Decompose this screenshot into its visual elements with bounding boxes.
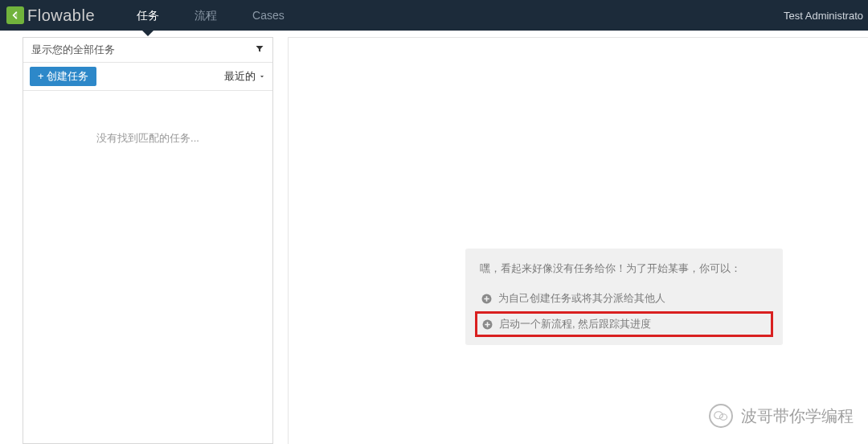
- logo-text: Flowable: [27, 6, 95, 25]
- watermark-text: 波哥带你学编程: [741, 405, 854, 427]
- filter-row[interactable]: 显示您的全部任务: [23, 38, 272, 63]
- hint-action-start-process[interactable]: 启动一个新流程, 然后跟踪其进度: [475, 311, 773, 337]
- sidebar: 显示您的全部任务 + 创建任务 最近的 没有找到匹配的任务...: [23, 37, 273, 444]
- svg-point-3: [714, 412, 723, 419]
- sort-dropdown[interactable]: 最近的: [224, 69, 266, 84]
- chevron-down-icon: [258, 72, 266, 80]
- hint-box: 嘿，看起来好像没有任务给你！为了开始某事，你可以： 为自己创建任务或将其分派给其…: [465, 249, 783, 345]
- plus-circle-icon: [481, 294, 492, 304]
- watermark: 波哥带你学编程: [709, 404, 854, 428]
- nav: 任务 流程 Cases: [119, 0, 302, 31]
- wechat-icon: [709, 404, 733, 428]
- hint-action-label: 启动一个新流程, 然后跟踪其进度: [499, 317, 651, 331]
- nav-tasks[interactable]: 任务: [119, 0, 177, 31]
- hint-action-label: 为自己创建任务或将其分派给其他人: [498, 291, 665, 306]
- filter-icon[interactable]: [255, 44, 264, 56]
- hint-action-create-task[interactable]: 为自己创建任务或将其分派给其他人: [480, 287, 768, 310]
- svg-rect-0: [16, 11, 18, 18]
- empty-task-message: 没有找到匹配的任务...: [23, 91, 272, 186]
- svg-point-4: [720, 414, 727, 421]
- content: 显示您的全部任务 + 创建任务 最近的 没有找到匹配的任务... 嘿，看起来好像…: [0, 31, 868, 444]
- sort-label-text: 最近的: [224, 69, 256, 84]
- create-task-button[interactable]: + 创建任务: [30, 67, 96, 86]
- header: Flowable 任务 流程 Cases Test Administrato: [0, 0, 868, 31]
- user-name[interactable]: Test Administrato: [784, 10, 868, 22]
- create-row: + 创建任务 最近的: [23, 63, 272, 91]
- filter-label: 显示您的全部任务: [31, 43, 115, 57]
- logo-icon: [6, 6, 24, 24]
- plus-circle-icon: [482, 319, 493, 330]
- hint-title: 嘿，看起来好像没有任务给你！为了开始某事，你可以：: [480, 261, 768, 276]
- main-panel: 嘿，看起来好像没有任务给你！为了开始某事，你可以： 为自己创建任务或将其分派给其…: [288, 37, 868, 444]
- nav-cases[interactable]: Cases: [235, 0, 302, 31]
- logo: Flowable: [0, 0, 119, 31]
- nav-processes[interactable]: 流程: [177, 0, 235, 31]
